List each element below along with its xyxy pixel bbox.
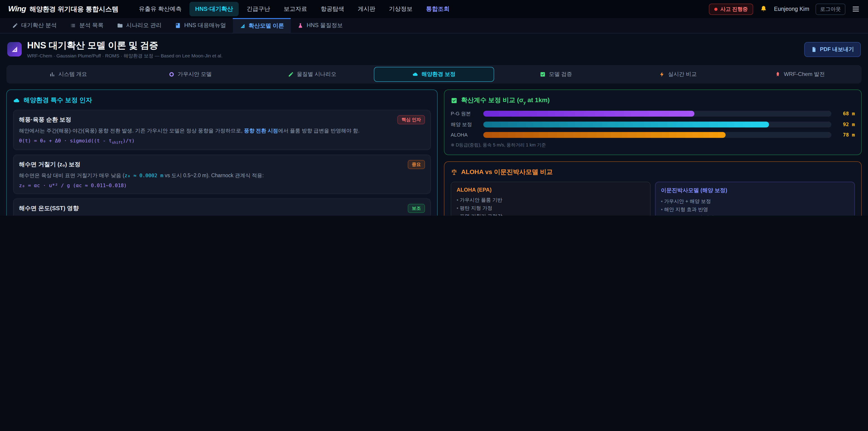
set-square-icon	[240, 23, 246, 29]
brand[interactable]: Wing 해양환경 위기대응 통합시스템	[8, 4, 119, 13]
status-badge: 중요	[408, 160, 425, 169]
formula-text: )/τ)	[123, 138, 135, 144]
subnav-label: 확산모델 이론	[249, 22, 284, 30]
nav-item-hns-dispersion[interactable]: HNS·대기확산	[189, 2, 239, 16]
bar-label: ALOHA	[451, 132, 479, 137]
factor-title: 해풍·육풍 순환 보정	[19, 116, 71, 124]
bar-fill-marine	[483, 122, 769, 127]
page-subtitle: WRF-Chem · Gaussian Plume/Puff · ROMS · …	[27, 53, 222, 59]
list-icon	[70, 23, 76, 29]
bar-track	[483, 122, 831, 127]
document-icon	[811, 46, 817, 52]
list-item: 가우시안 플룸 기반	[457, 196, 645, 204]
user-name: Eunjeong Kim	[774, 6, 809, 12]
formula-sub: shift	[112, 141, 123, 145]
bar-value: 68 m	[836, 111, 855, 117]
bar-value: 92 m	[836, 122, 855, 127]
ring-icon	[168, 71, 175, 77]
tab-gaussian-model[interactable]: 가우시안 모델	[130, 67, 250, 82]
body-text: 해수면은 육상 대비 표면 거칠기가 매우 낮음 (	[19, 173, 124, 178]
topbar-right: 사고 진행중 Eunjeong Kim 로그아웃	[709, 3, 860, 15]
main-content: 해양환경 특수 보정 인자 해풍·육풍 순환 보정 핵심 인자 해안에서는 주간…	[0, 90, 868, 216]
formula-charnock: z₀ = αc · u*² / g (αc ≈ 0.011~0.018)	[19, 183, 425, 188]
panel-title: 해양환경 특수 보정 인자	[24, 96, 92, 104]
incident-status-badge[interactable]: 사고 진행중	[709, 3, 753, 15]
list-item: Charnock z₀ 동적 계산	[661, 213, 849, 216]
subnav-label: 대기확산 분석	[21, 22, 57, 29]
logout-button[interactable]: 로그아웃	[815, 3, 845, 15]
model-comparison-header: ALOHA vs 이문진박사모델 비교	[451, 168, 855, 176]
list-item: 평탄 지형 가정	[457, 204, 645, 212]
factor-card-sst-effect: 해수면 온도(SST) 영향 보조 해수면 온도가 기온보다 높으면 열적 불안…	[13, 198, 431, 216]
bar-label: 해양 보정	[451, 121, 479, 128]
tab-label: 시스템 개요	[58, 70, 87, 78]
leemoonjin-model-box: 이문진박사모델 (해양 보정) 가우시안 + 해양 보정 해안 지형 효과 반영…	[655, 182, 855, 216]
subnav-item-dispersion-analysis[interactable]: 대기확산 분석	[5, 18, 64, 33]
nav-item-air-search[interactable]: 항공탐색	[315, 2, 350, 16]
panel-title: 확산계수 보정 비교 (σy at 1km)	[461, 96, 550, 105]
cloud-icon	[13, 97, 20, 104]
bolt-icon	[659, 71, 665, 77]
leemoonjin-feature-list: 가우시안 + 해양 보정 해안 지형 효과 반영 Charnock z₀ 동적 …	[661, 197, 849, 216]
bar-track	[483, 132, 831, 138]
rocket-icon	[775, 71, 781, 77]
tab-substance-scenarios[interactable]: 물질별 시나리오	[252, 67, 372, 82]
bar-fill-pg	[483, 111, 694, 117]
subnav-item-hns-substance-info[interactable]: HNS 물질정보	[291, 18, 350, 33]
tab-wrf-chem-advancement[interactable]: WRF-Chem 발전	[740, 67, 860, 82]
body-text: 에서 플룸 방향 급변을 반영해야 함.	[278, 128, 360, 133]
nav-item-rescue[interactable]: 긴급구난	[241, 2, 276, 16]
nav-item-reports[interactable]: 보고자료	[278, 2, 313, 16]
subnav-label: HNS 대응매뉴얼	[184, 22, 226, 29]
subnav-item-hns-manual[interactable]: HNS 대응매뉴얼	[168, 18, 233, 33]
sigma-comparison-header: 확산계수 보정 비교 (σy at 1km)	[451, 96, 855, 105]
subnav-label: HNS 물질정보	[307, 22, 343, 29]
list-item: 해안 지형 효과 반영	[661, 205, 849, 213]
check-square-icon	[540, 71, 546, 77]
bar-label: P-G 원본	[451, 110, 479, 117]
subnav-item-analysis-list[interactable]: 분석 목록	[64, 18, 110, 33]
model-theory-icon	[7, 42, 22, 57]
bell-icon[interactable]	[760, 5, 768, 13]
bar-chart-icon	[49, 71, 55, 77]
subnav-label: 시나리오 관리	[126, 22, 162, 29]
tab-label: 물질별 시나리오	[297, 70, 336, 78]
nav-item-oil-spill[interactable]: 유출유 확산예측	[133, 2, 187, 16]
panel-title: ALOHA vs 이문진박사모델 비교	[461, 168, 553, 176]
bar-value: 78 m	[836, 132, 855, 138]
tab-realtime-comparison[interactable]: 실시간 비교	[618, 67, 738, 82]
formula-theta-shift: θ(t) = θ₀ + Δθ · sigmoid((t - tshift)/τ)	[19, 138, 425, 145]
tab-label: 모델 검증	[549, 70, 572, 78]
status-badge: 보조	[408, 204, 425, 213]
folder-icon	[117, 23, 123, 29]
balance-scale-icon	[451, 169, 458, 176]
body-text: 해안에서는 주간(해풍)·야간(육풍) 풍향 전환 발생. 기존 가우시안 모델…	[19, 128, 244, 133]
chart-note: ※ D등급(중립), 풍속 5 m/s, 풍하거리 1 km 기준	[451, 142, 855, 148]
aloha-feature-list: 가우시안 플룸 기반 평탄 지형 가정 표면 거칠기 고정값 해양 특성 미반영…	[457, 196, 645, 216]
tab-marine-environment-correction[interactable]: 해양환경 보정	[374, 67, 494, 82]
nav-item-board[interactable]: 게시판	[352, 2, 381, 16]
tab-system-overview[interactable]: 시스템 개요	[8, 67, 128, 82]
incident-dot-icon	[715, 7, 718, 11]
factor-card-sea-land-breeze: 해풍·육풍 순환 보정 핵심 인자 해안에서는 주간(해풍)·야간(육풍) 풍향…	[13, 110, 431, 150]
aloha-model-box: ALOHA (EPA) 가우시안 플룸 기반 평탄 지형 가정 표면 거칠기 고…	[451, 182, 651, 216]
subnav-item-scenario-management[interactable]: 시나리오 관리	[110, 18, 168, 33]
chart-row-pg-original: P-G 원본 68 m	[451, 110, 855, 117]
chart-row-marine-corrected: 해양 보정 92 m	[451, 121, 855, 128]
nav-item-weather[interactable]: 기상정보	[383, 2, 418, 16]
top-nav: 유출유 확산예측 HNS·대기확산 긴급구난 보고자료 항공탐색 게시판 기상정…	[133, 2, 456, 16]
model-comparison-panel: ALOHA vs 이문진박사모델 비교 ALOHA (EPA) 가우시안 플룸 …	[444, 161, 862, 216]
page-header-text: HNS 대기확산 모델 이론 및 검증 WRF-Chem · Gaussian …	[27, 39, 222, 59]
flask-icon	[298, 23, 304, 29]
app-root: Wing 해양환경 위기대응 통합시스템 유출유 확산예측 HNS·대기확산 긴…	[0, 0, 868, 216]
nav-item-integrated-search[interactable]: 통합조회	[420, 2, 456, 16]
tab-model-validation[interactable]: 모델 검증	[496, 67, 616, 82]
subnav-item-dispersion-model-theory[interactable]: 확산모델 이론	[233, 18, 291, 33]
hamburger-menu-icon[interactable]	[852, 5, 860, 13]
pdf-export-button[interactable]: PDF 내보내기	[804, 42, 861, 57]
formula-text: θ(t) = θ₀ + Δθ · sigmoid((t - t	[19, 138, 112, 144]
tab-label: 가우시안 모델	[178, 70, 212, 78]
highlight-text: 풍향 전환 시점	[244, 128, 278, 133]
incident-label: 사고 진행중	[720, 6, 748, 12]
bar-fill-aloha	[483, 132, 725, 138]
